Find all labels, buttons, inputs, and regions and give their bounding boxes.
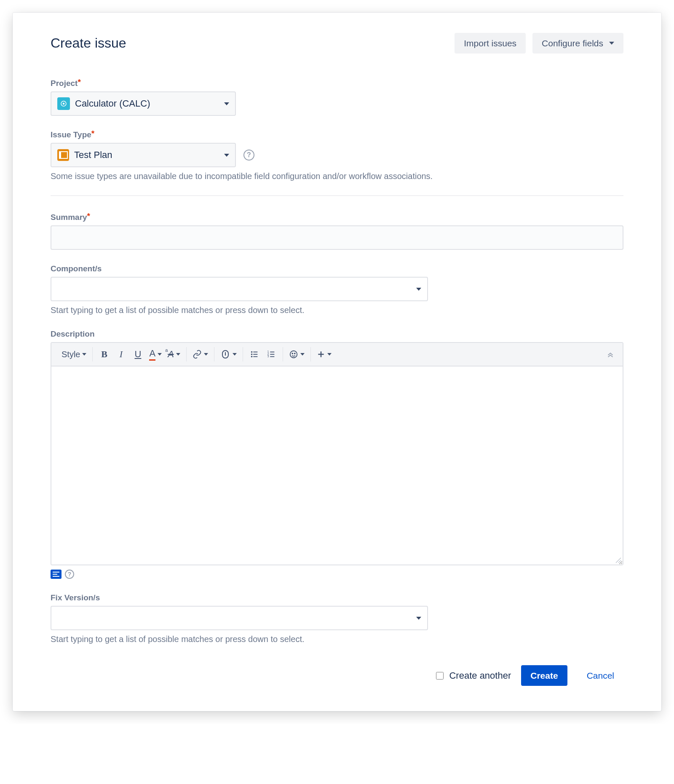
- help-icon[interactable]: ?: [243, 150, 254, 161]
- summary-label: Summary*: [51, 213, 623, 222]
- dialog-footer: Create another Create Cancel: [51, 665, 623, 686]
- chevron-down-icon: [416, 617, 421, 620]
- section-divider: [51, 195, 623, 196]
- description-textarea[interactable]: [51, 367, 623, 565]
- components-field-group: Component/s Start typing to get a list o…: [51, 264, 623, 315]
- svg-rect-4: [253, 352, 257, 353]
- clear-formatting-button[interactable]: aA: [165, 346, 183, 362]
- create-another-checkbox[interactable]: [436, 672, 444, 680]
- chevron-down-icon: [300, 353, 305, 356]
- create-issue-dialog: Create issue Import issues Configure fie…: [13, 13, 661, 711]
- chevron-down-icon: [176, 353, 180, 356]
- cancel-button[interactable]: Cancel: [578, 665, 623, 686]
- svg-point-7: [251, 356, 253, 358]
- bullet-list-button[interactable]: [246, 346, 262, 362]
- description-label: Description: [51, 329, 623, 339]
- issue-type-label: Issue Type*: [51, 130, 623, 139]
- issue-type-select[interactable]: Test Plan: [51, 143, 236, 167]
- description-field-group: Description Style B I U A aA: [51, 329, 623, 579]
- insert-more-button[interactable]: [314, 346, 334, 362]
- svg-rect-8: [253, 356, 257, 357]
- dialog-title: Create issue: [51, 35, 126, 51]
- svg-point-1: [63, 103, 65, 105]
- create-another-row[interactable]: Create another: [434, 670, 511, 681]
- editor-mode-row: ?: [51, 570, 623, 579]
- chevron-down-icon: [204, 353, 208, 356]
- create-another-label: Create another: [449, 670, 511, 681]
- rich-text-editor: Style B I U A aA: [51, 342, 623, 565]
- components-label: Component/s: [51, 264, 623, 273]
- components-select[interactable]: [51, 277, 428, 301]
- visual-mode-icon[interactable]: [51, 570, 62, 579]
- chevron-down-icon: [82, 353, 86, 356]
- bold-button[interactable]: B: [96, 346, 112, 362]
- numbered-list-button[interactable]: 123: [263, 346, 279, 362]
- svg-point-17: [294, 353, 295, 354]
- project-field-group: Project* Calculator (CALC): [51, 79, 623, 116]
- dialog-header: Create issue Import issues Configure fie…: [51, 33, 623, 54]
- svg-point-16: [292, 353, 293, 354]
- issue-type-value: Test Plan: [74, 150, 112, 161]
- configure-fields-button[interactable]: Configure fields: [532, 33, 623, 54]
- help-icon[interactable]: ?: [65, 570, 74, 579]
- required-marker: *: [91, 129, 94, 138]
- link-button[interactable]: [190, 346, 211, 362]
- svg-point-3: [251, 351, 253, 353]
- header-actions: Import issues Configure fields: [455, 33, 623, 54]
- fix-versions-field-group: Fix Version/s Start typing to get a list…: [51, 593, 623, 644]
- components-hint: Start typing to get a list of possible m…: [51, 305, 623, 315]
- collapse-toolbar-button[interactable]: [602, 346, 618, 362]
- emoji-button[interactable]: [286, 346, 307, 362]
- project-avatar-icon: [57, 97, 70, 110]
- chevron-down-icon: [224, 102, 229, 105]
- chevron-down-icon: [233, 353, 237, 356]
- style-dropdown-button[interactable]: Style: [59, 346, 89, 362]
- svg-point-15: [290, 351, 297, 358]
- svg-text:3: 3: [267, 355, 269, 358]
- text-color-button[interactable]: A: [147, 346, 164, 362]
- chevron-down-icon: [416, 288, 421, 291]
- issue-type-note: Some issue types are unavailable due to …: [51, 171, 623, 181]
- svg-rect-10: [270, 352, 274, 353]
- summary-input[interactable]: [51, 225, 623, 250]
- project-select[interactable]: Calculator (CALC): [51, 91, 236, 116]
- editor-toolbar: Style B I U A aA: [51, 343, 623, 367]
- fix-versions-label: Fix Version/s: [51, 593, 623, 602]
- summary-field-group: Summary*: [51, 213, 623, 250]
- fix-versions-hint: Start typing to get a list of possible m…: [51, 634, 623, 644]
- svg-point-5: [251, 353, 253, 355]
- resize-handle-icon[interactable]: [615, 557, 622, 564]
- chevron-down-icon: [327, 353, 332, 356]
- required-marker: *: [78, 78, 80, 86]
- import-issues-button[interactable]: Import issues: [455, 33, 526, 54]
- issue-type-field-group: Issue Type* Test Plan ? Some issue types…: [51, 130, 623, 181]
- project-label: Project*: [51, 79, 623, 88]
- svg-rect-12: [270, 354, 274, 355]
- italic-button[interactable]: I: [113, 346, 129, 362]
- project-value: Calculator (CALC): [75, 98, 150, 109]
- test-plan-icon: [57, 149, 69, 161]
- underline-button[interactable]: U: [130, 346, 146, 362]
- svg-rect-14: [270, 356, 274, 357]
- fix-versions-select[interactable]: [51, 606, 428, 630]
- create-button[interactable]: Create: [521, 665, 567, 686]
- svg-rect-6: [253, 354, 257, 355]
- chevron-down-icon: [158, 353, 162, 356]
- chevron-down-icon: [224, 154, 229, 157]
- required-marker: *: [87, 211, 90, 220]
- attachment-button[interactable]: [218, 346, 239, 362]
